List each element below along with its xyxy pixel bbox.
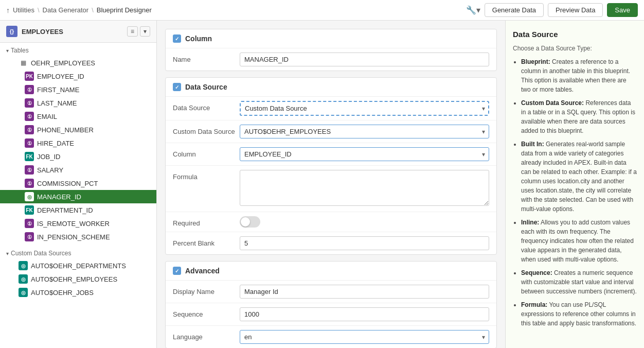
col-icon-is-remote: ①	[25, 219, 34, 228]
col-icon-employee-id: PK	[25, 72, 34, 81]
required-label: Required	[173, 216, 240, 227]
col-email[interactable]: ① EMAIL	[0, 110, 156, 123]
topnav: ↑ Utilities \ Data Generator \ Blueprint…	[0, 0, 644, 21]
column-checkbox[interactable]: ✓	[173, 34, 181, 43]
blueprint-label: Blueprint:	[521, 58, 550, 65]
right-panel-subtitle: Choose a Data Source Type:	[513, 44, 637, 53]
display-name-label: Display Name	[173, 285, 240, 295]
col-label: HIRE_DATE	[37, 140, 74, 147]
sidebar-menu-button[interactable]: ≡	[127, 26, 138, 37]
sidebar-title-label: EMPLOYEES	[22, 28, 63, 36]
column-row: Column EMPLOYEE_ID FIRST_NAME LAST_NAME …	[166, 143, 496, 166]
col-label: MANAGER_ID	[37, 193, 81, 201]
custom-ds-label-rp: Custom Data Source:	[521, 99, 584, 107]
content-area: ✓ Column Name ✓ Data Source Data Source	[157, 21, 505, 348]
preview-data-button[interactable]: Preview Data	[548, 3, 603, 17]
name-field	[240, 53, 489, 66]
table-icon: ▦	[19, 58, 28, 67]
column-select[interactable]: EMPLOYEE_ID FIRST_NAME LAST_NAME EMAIL	[240, 147, 489, 161]
custom-ds-select[interactable]: AUTO$OEHR_EMPLOYEES AUTO$OEHR_DEPARTMENT…	[240, 125, 489, 138]
col-label: EMPLOYEE_ID	[37, 73, 84, 80]
col-icon-last-name: ①	[25, 98, 34, 108]
breadcrumb-sep2: \	[92, 6, 94, 14]
right-panel: Data Source Choose a Data Source Type: B…	[505, 21, 644, 348]
sidebar: {} EMPLOYEES ≡ ▾ ▾ Tables ▦ OEHR_EMPLOYE…	[0, 21, 157, 348]
col-commission[interactable]: ① COMMISSION_PCT	[0, 177, 156, 190]
tables-label[interactable]: ▾ Tables	[0, 45, 156, 56]
language-field: en fr de es	[240, 330, 489, 344]
col-is-remote[interactable]: ① IS_REMOTE_WORKER	[0, 217, 156, 230]
tables-chevron: ▾	[6, 48, 9, 54]
custom-ds-name: AUTO$OEHR_EMPLOYEES	[31, 275, 117, 283]
generate-data-button[interactable]: Generate Data	[485, 3, 544, 17]
column-panel: ✓ Column Name	[165, 29, 497, 71]
custom-ds-field: AUTO$OEHR_EMPLOYEES AUTO$OEHR_DEPARTMENT…	[240, 125, 489, 138]
col-label: JOB_ID	[37, 153, 61, 161]
table-name: OEHR_EMPLOYEES	[31, 59, 95, 67]
formula-input[interactable]	[240, 170, 489, 206]
col-employee-id[interactable]: PK EMPLOYEE_ID	[0, 69, 156, 83]
percent-blank-input[interactable]	[240, 236, 489, 250]
col-job-id[interactable]: FK JOB_ID	[0, 150, 156, 163]
percent-blank-row: Percent Blank	[166, 232, 496, 254]
formula-label-rp: Formula:	[521, 301, 547, 308]
col-department-id[interactable]: FK DEPARTMENT_ID	[0, 203, 156, 217]
col-last-name[interactable]: ① LAST_NAME	[0, 96, 156, 110]
col-hire-date[interactable]: ① HIRE_DATE	[0, 136, 156, 150]
breadcrumb-current: Blueprint Designer	[97, 6, 152, 14]
sequence-field	[240, 307, 489, 321]
col-pension[interactable]: ① IN_PENSION_SCHEME	[0, 230, 156, 243]
col-icon-salary: ①	[25, 165, 34, 175]
column-form-label: Column	[173, 147, 240, 158]
custom-ds-form-label: Custom Data Source	[173, 125, 240, 135]
language-label: Language	[173, 330, 240, 341]
breadcrumb-sep1: \	[38, 6, 40, 14]
datasource-checkbox[interactable]: ✓	[173, 83, 181, 91]
column-panel-title: Column	[185, 34, 212, 43]
display-name-input[interactable]	[240, 285, 489, 299]
custom-ds-row: Custom Data Source AUTO$OEHR_EMPLOYEES A…	[166, 120, 496, 143]
required-toggle[interactable]	[240, 216, 260, 228]
datasource-panel-title: Data Source	[185, 83, 227, 91]
advanced-checkbox[interactable]: ✓	[173, 267, 181, 275]
col-first-name[interactable]: ① FIRST_NAME	[0, 83, 156, 96]
custom-ds-select-wrapper: AUTO$OEHR_EMPLOYEES AUTO$OEHR_DEPARTMENT…	[240, 125, 489, 138]
formula-row: Formula	[166, 166, 496, 212]
col-label: SALARY	[37, 166, 63, 174]
datasource-select[interactable]: Custom Data Source Blueprint Built In In…	[240, 101, 489, 116]
formula-label: Formula	[173, 170, 240, 181]
custom-ds-label[interactable]: ▾ Custom Data Sources	[0, 248, 156, 259]
right-panel-item-builtin: Built In: Generates real-world sample da…	[521, 140, 637, 214]
custom-ds-employees[interactable]: ◎ AUTO$OEHR_EMPLOYEES	[0, 272, 156, 286]
col-label: DEPARTMENT_ID	[37, 206, 93, 214]
breadcrumb: ↑ Utilities \ Data Generator \ Blueprint…	[6, 6, 462, 14]
sequence-input[interactable]	[240, 307, 489, 321]
col-label: FIRST_NAME	[37, 86, 79, 94]
sidebar-expand-button[interactable]: ▾	[140, 26, 150, 37]
right-panel-title: Data Source	[513, 29, 637, 41]
column-field: EMPLOYEE_ID FIRST_NAME LAST_NAME EMAIL	[240, 147, 489, 161]
col-icon-manager-id: ◎	[25, 192, 34, 201]
custom-ds-jobs[interactable]: ◎ AUTO$OEHR_JOBS	[0, 286, 156, 299]
custom-ds-name: AUTO$OEHR_JOBS	[31, 289, 94, 297]
custom-ds-icon-1: ◎	[19, 261, 28, 270]
custom-ds-departments[interactable]: ◎ AUTO$OEHR_DEPARTMENTS	[0, 259, 156, 272]
wrench-icon[interactable]: 🔧▾	[466, 5, 480, 15]
name-input[interactable]	[240, 53, 489, 66]
col-label: EMAIL	[37, 113, 57, 120]
sidebar-header: {} EMPLOYEES ≡ ▾	[0, 21, 156, 43]
column-panel-header: ✓ Column	[166, 29, 496, 48]
col-manager-id[interactable]: ◎ MANAGER_ID	[0, 190, 156, 203]
required-field	[240, 216, 489, 228]
save-button[interactable]: Save	[607, 3, 638, 17]
language-select[interactable]: en fr de es	[240, 330, 489, 344]
breadcrumb-datagenerator[interactable]: Data Generator	[43, 6, 89, 14]
up-icon[interactable]: ↑	[6, 6, 10, 14]
employees-icon: {}	[6, 26, 17, 37]
col-phone[interactable]: ① PHONE_NUMBER	[0, 123, 156, 136]
datasource-field: Custom Data Source Blueprint Built In In…	[240, 101, 489, 116]
table-oehr-employees[interactable]: ▦ OEHR_EMPLOYEES	[0, 56, 156, 69]
col-salary[interactable]: ① SALARY	[0, 163, 156, 177]
datasource-row: Data Source Custom Data Source Blueprint…	[166, 97, 496, 120]
breadcrumb-utilities[interactable]: Utilities	[13, 6, 34, 14]
